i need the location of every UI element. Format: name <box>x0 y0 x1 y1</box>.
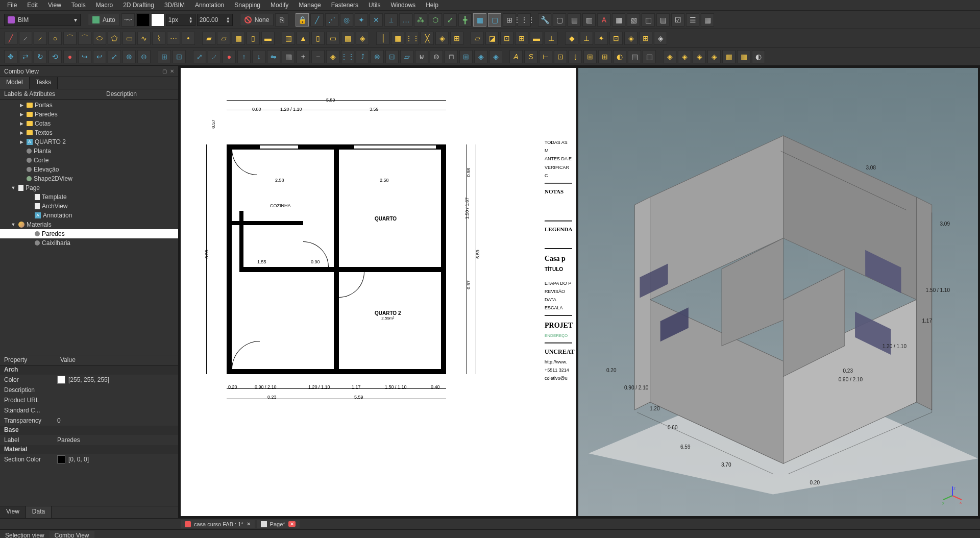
fill-black-icon[interactable] <box>136 13 150 27</box>
trimex-icon[interactable]: ⤢ <box>108 50 121 63</box>
expand-icon[interactable]: ▶ <box>18 112 24 117</box>
part-icon[interactable]: ⊞ <box>639 32 652 45</box>
array-polar-icon[interactable]: ⊛ <box>371 50 384 63</box>
snap-grid-icon[interactable]: ▦ <box>473 13 486 27</box>
group-icon[interactable]: ▦ <box>722 50 736 63</box>
box3d-icon[interactable]: ◈ <box>624 32 638 45</box>
truss-icon[interactable]: ╳ <box>421 32 434 45</box>
grey-cube-icon[interactable]: ◈ <box>654 32 667 45</box>
frame-icon[interactable]: ▦ <box>391 32 404 45</box>
tab-selection-view[interactable]: Selection view <box>0 531 50 539</box>
tree-item[interactable]: Caixilharia <box>0 238 178 248</box>
rebar-icon[interactable]: ⊞ <box>450 32 463 45</box>
polyline-icon[interactable]: ⟋ <box>19 32 32 45</box>
menu-modify[interactable]: Modify <box>265 1 293 10</box>
schedule-icon[interactable]: ✦ <box>595 32 608 45</box>
list-icon[interactable]: ☰ <box>686 13 699 27</box>
prop-row-desc[interactable]: Description <box>0 385 178 395</box>
split-icon[interactable]: ⊖ <box>137 50 151 63</box>
bspline-icon[interactable]: ∿ <box>137 32 151 45</box>
label-icon[interactable]: ⊡ <box>554 50 567 63</box>
text-A-icon[interactable]: A <box>509 50 523 63</box>
curtainwall-icon[interactable]: ▦ <box>232 32 245 45</box>
snap-wp-icon[interactable]: ▢ <box>488 13 501 27</box>
tree-item[interactable]: ▶Paredes <box>0 110 178 119</box>
snap-ortho-icon[interactable]: ╋ <box>458 13 472 27</box>
construction-plane-button[interactable]: None <box>240 14 274 26</box>
roof-icon[interactable]: ▲ <box>297 32 310 45</box>
model-tree[interactable]: ▶Portas▶Paredes▶Cotas▶Textos▶AQUARTO 2Pl… <box>0 100 178 355</box>
rectangle-icon[interactable]: ▭ <box>122 32 136 45</box>
expand-icon[interactable]: ▶ <box>18 130 24 135</box>
arc-icon[interactable]: ⌒ <box>63 32 77 45</box>
fence-icon[interactable]: ⋮⋮ <box>406 32 419 45</box>
common-icon[interactable]: ⊓ <box>445 50 458 63</box>
add-icon[interactable]: ＋ <box>297 50 310 63</box>
beam-icon[interactable]: ▬ <box>261 32 275 45</box>
tree-item[interactable]: Elevação <box>0 165 178 174</box>
tree-item[interactable]: ▶Cotas <box>0 119 178 128</box>
pipe-icon[interactable]: ⎮ <box>376 32 389 45</box>
menu-3dbim[interactable]: 3D/BIM <box>159 1 190 10</box>
floor-icon[interactable]: ▥ <box>282 32 295 45</box>
check-icon[interactable]: ☑ <box>671 13 684 27</box>
structural-icon[interactable]: ⊥ <box>545 32 558 45</box>
clone-icon[interactable]: ⊡ <box>385 50 399 63</box>
menu-utils[interactable]: Utils <box>363 1 385 10</box>
slab-icon[interactable]: ▰ <box>202 32 215 45</box>
array-icon[interactable]: ▦ <box>282 50 295 63</box>
snap-center-icon[interactable]: ◎ <box>340 13 353 27</box>
structure-icon[interactable]: ▬ <box>530 32 543 45</box>
prop-row-color[interactable]: Color [255, 255, 255] <box>0 375 178 385</box>
tree-item[interactable]: ▼Materials <box>0 220 178 229</box>
toggle-icon[interactable]: ◐ <box>752 50 765 63</box>
menu-icon[interactable]: ▦ <box>701 13 714 27</box>
level-icon[interactable]: ◈ <box>663 50 676 63</box>
annotation-icon[interactable]: A <box>597 13 610 27</box>
door-icon[interactable]: ▭ <box>326 32 339 45</box>
ungroup-icon[interactable]: ▥ <box>737 50 750 63</box>
panel-sheet-icon[interactable]: ⊡ <box>500 32 513 45</box>
snap-near-icon[interactable]: ⤢ <box>444 13 457 27</box>
sheet-icon[interactable]: ▦ <box>612 13 625 27</box>
auto-button[interactable]: Auto <box>88 14 120 26</box>
menu-file[interactable]: File <box>2 1 22 10</box>
menu-fasteners[interactable]: Fasteners <box>326 1 363 10</box>
line-style-icon[interactable]: 〰 <box>121 13 135 27</box>
report-icon[interactable]: ▧ <box>627 13 640 27</box>
prop-row-std[interactable]: Standard C... <box>0 405 178 415</box>
tab-data[interactable]: Data <box>26 506 52 518</box>
snap-endpoint-icon[interactable]: ╱ <box>310 13 324 27</box>
tree-item[interactable]: Corte <box>0 156 178 165</box>
nest-icon[interactable]: ⊞ <box>515 32 528 45</box>
section-plane-icon[interactable]: ◐ <box>613 50 626 63</box>
grid-icon[interactable]: ⊞ <box>598 50 611 63</box>
prop-row-label[interactable]: LabelParedes <box>0 435 178 445</box>
expand-icon[interactable]: ▼ <box>10 222 16 227</box>
dimension-icon[interactable]: ⊢ <box>539 50 552 63</box>
polygon-icon[interactable]: ⬠ <box>108 32 121 45</box>
menu-2ddrafting[interactable]: 2D Drafting <box>118 1 159 10</box>
menu-edit[interactable]: Edit <box>22 1 43 10</box>
expand-icon[interactable]: ▶ <box>18 139 24 144</box>
expand-icon[interactable]: ▼ <box>10 185 16 190</box>
tree-item[interactable]: Planta <box>0 146 178 156</box>
ellipse-icon[interactable]: ⬭ <box>93 32 106 45</box>
axis-system-icon[interactable]: ⊞ <box>583 50 597 63</box>
view-icon[interactable]: ▥ <box>642 13 655 27</box>
viewport-3d[interactable]: 3.08 3.09 1.50 / 1.10 1.17 1.20 / 1.10 0… <box>578 68 978 516</box>
menu-view[interactable]: View <box>43 1 66 10</box>
panel-icon[interactable]: ▱ <box>471 32 484 45</box>
snap-special-icon[interactable]: ⬡ <box>429 13 442 27</box>
expand-icon[interactable]: ▶ <box>18 103 24 108</box>
menu-help[interactable]: Help <box>421 1 444 10</box>
tab-tasks[interactable]: Tasks <box>30 77 58 89</box>
compound-icon[interactable]: ⊞ <box>459 50 473 63</box>
menu-windows[interactable]: Windows <box>385 1 421 10</box>
close-icon[interactable]: ✕ <box>247 521 251 527</box>
tool-icon[interactable]: ⎘ <box>275 13 288 27</box>
menu-tools[interactable]: Tools <box>66 1 91 10</box>
upgrade-icon[interactable]: ⊞ <box>158 50 171 63</box>
extrude-icon[interactable]: ◈ <box>326 50 339 63</box>
tree-item[interactable]: ▼Page <box>0 183 178 192</box>
